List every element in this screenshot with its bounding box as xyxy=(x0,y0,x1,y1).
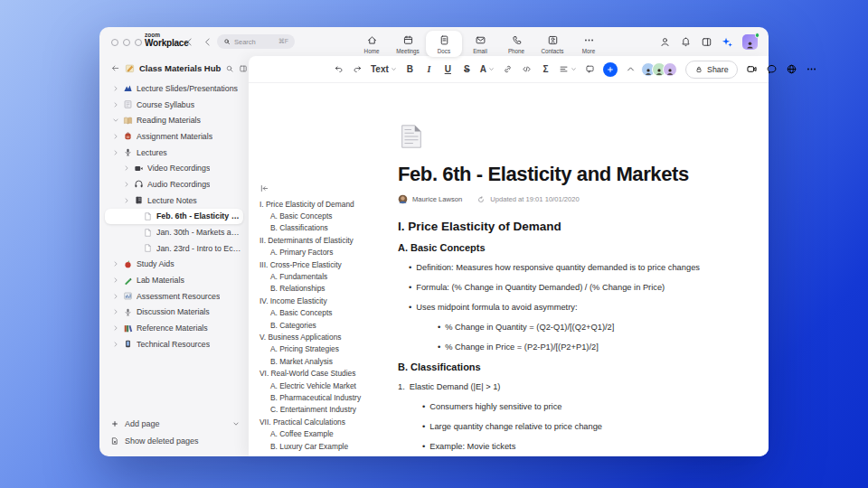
sidebar-item-lecture-notes[interactable]: Lecture Notes xyxy=(105,192,243,209)
sidebar-item-lab-materials[interactable]: Lab Materials xyxy=(105,272,243,288)
sidebar-item-lectures[interactable]: Lectures xyxy=(105,145,243,161)
tab-phone[interactable]: Phone xyxy=(498,31,534,57)
chevron-right-icon[interactable] xyxy=(123,197,130,204)
code-button[interactable] xyxy=(518,61,535,79)
chevron-right-icon[interactable] xyxy=(112,341,119,348)
bullet-item[interactable]: •Consumers highly sensitive to price xyxy=(422,402,756,412)
chevron-right-icon[interactable] xyxy=(112,149,119,156)
toc-item-b-market-analysis[interactable]: B. Market Analysis xyxy=(259,355,397,367)
minimize-button[interactable] xyxy=(123,39,130,46)
sidebar-item-jan-30th-markets-and-p[interactable]: Jan. 30th - Markets and P... xyxy=(105,224,243,240)
sparkle-icon[interactable] xyxy=(722,36,733,48)
tab-contacts[interactable]: Contacts xyxy=(534,31,571,57)
chevron-right-icon[interactable] xyxy=(112,260,119,267)
toc-collapse-icon[interactable] xyxy=(259,183,269,193)
bullet-item[interactable]: •Large quantity change relative to price… xyxy=(422,422,756,432)
underline-button[interactable]: U xyxy=(439,61,457,79)
strikethrough-button[interactable]: S xyxy=(458,61,476,79)
toc-item-vi-real-world-case-studies[interactable]: VI. Real-World Case Studies xyxy=(259,367,397,379)
heading-b-classifications[interactable]: B. Classifications xyxy=(398,361,756,372)
toc-item-c-entertainment-industry[interactable]: C. Entertainment Industry xyxy=(259,404,397,416)
sidebar-panel-toggle-icon[interactable] xyxy=(239,64,248,73)
toc-item-b-luxury-car-example[interactable]: B. Luxury Car Example xyxy=(259,440,397,452)
sidebar-item-assignment-materials[interactable]: Assignment Materials xyxy=(105,128,243,145)
chevron-right-icon[interactable] xyxy=(112,293,119,300)
chevron-right-icon[interactable] xyxy=(112,133,119,140)
language-button[interactable] xyxy=(786,63,797,75)
chevron-right-icon[interactable] xyxy=(112,277,119,284)
close-button[interactable] xyxy=(111,39,118,46)
italic-button[interactable]: I xyxy=(420,61,438,79)
heading-i-price-elasticity-of-demand[interactable]: I. Price Elasticity of Demand xyxy=(398,220,756,233)
show-deleted-pages-button[interactable]: Show deleted pages xyxy=(110,432,240,449)
sidebar-item-discussion-materials[interactable]: Discussion Materials xyxy=(105,305,243,321)
heading-a-basic-concepts[interactable]: A. Basic Concepts xyxy=(398,242,756,253)
document-content[interactable]: Feb. 6th - Elasticity and Markets Mauric… xyxy=(398,123,756,455)
sidebar-item-video-recordings[interactable]: Video Recordings xyxy=(105,160,243,176)
tab-email[interactable]: Email xyxy=(462,31,498,57)
collapse-button[interactable] xyxy=(622,61,639,79)
document-title[interactable]: Feb. 6th - Elasticity and Markets xyxy=(398,163,756,186)
tab-docs[interactable]: Docs xyxy=(426,31,462,57)
link-button[interactable] xyxy=(499,61,516,79)
insert-button[interactable] xyxy=(603,62,618,77)
toc-item-vii-practical-calculations[interactable]: VII. Practical Calculations xyxy=(259,416,397,427)
bullet-item[interactable]: •Example: Movie tickets xyxy=(422,442,756,452)
bold-button[interactable]: B xyxy=(401,61,419,79)
toc-item-b-classifications[interactable]: B. Classifications xyxy=(259,222,397,234)
numbered-item[interactable]: 1.Elastic Demand (|E| > 1) xyxy=(398,382,756,392)
bullet-item[interactable]: •Uses midpoint formula to avoid asymmetr… xyxy=(409,303,756,313)
text-style-button[interactable]: Text xyxy=(368,61,400,79)
chevron-right-icon[interactable] xyxy=(112,85,119,92)
sidebar-item-reference-materials[interactable]: Reference Materials xyxy=(105,320,243,336)
chevron-right-icon[interactable] xyxy=(123,181,130,188)
back-navigation-button[interactable] xyxy=(184,36,195,48)
sidebar-item-feb-6th-elasticity-and-m[interactable]: Feb. 6th - Elasticity and M... xyxy=(105,209,243,225)
toc-item-a-basic-concepts[interactable]: A. Basic Concepts xyxy=(259,307,397,319)
sidebar-item-audio-recordings[interactable]: Audio Recordings xyxy=(105,176,243,192)
back-arrow-icon[interactable] xyxy=(110,63,120,73)
add-page-button[interactable]: Add page xyxy=(110,415,240,432)
bullet-item[interactable]: •Formula: (% Change in Quantity Demanded… xyxy=(409,283,756,293)
tab-more[interactable]: More xyxy=(571,31,607,57)
chevron-right-icon[interactable] xyxy=(123,164,130,172)
toc-item-iii-cross-price-elasticity[interactable]: III. Cross-Price Elasticity xyxy=(259,258,397,270)
tab-meetings[interactable]: Meetings xyxy=(390,31,426,57)
formula-button[interactable]: Σ xyxy=(537,61,554,79)
user-avatar[interactable] xyxy=(742,34,758,50)
comment-button[interactable] xyxy=(581,61,599,79)
chat-button[interactable] xyxy=(766,63,778,75)
toc-item-i-price-elasticity-of-demand[interactable]: I. Price Elasticity of Demand xyxy=(259,198,397,210)
toc-item-a-basic-concepts[interactable]: A. Basic Concepts xyxy=(259,210,397,221)
bullet-item[interactable]: •Definition: Measures how responsive qua… xyxy=(409,263,756,273)
toc-item-iv-income-elasticity[interactable]: IV. Income Elasticity xyxy=(259,295,397,306)
chevron-right-icon[interactable] xyxy=(112,101,119,108)
sidebar-item-technical-resources[interactable]: Technical Resources xyxy=(105,336,243,352)
profile-icon[interactable] xyxy=(659,36,671,48)
toc-item-a-primary-factors[interactable]: A. Primary Factors xyxy=(259,247,397,258)
toc-item-v-business-applications[interactable]: V. Business Applications xyxy=(259,331,397,343)
toc-item-a-pricing-strategies[interactable]: A. Pricing Strategies xyxy=(259,343,397,355)
undo-button[interactable] xyxy=(330,61,347,79)
toc-item-ii-determinants-of-elasticity[interactable]: II. Determinants of Elasticity xyxy=(259,234,397,246)
panel-icon[interactable] xyxy=(701,36,712,48)
redo-button[interactable] xyxy=(349,61,366,79)
sidebar-item-course-syllabus[interactable]: Course Syllabus xyxy=(105,97,243,113)
align-button[interactable] xyxy=(556,61,580,79)
maximize-button[interactable] xyxy=(135,39,142,46)
toc-item-b-relationships[interactable]: B. Relationships xyxy=(259,283,397,295)
sidebar-item-lecture-slides-presentations[interactable]: Lecture Slides/Presentations xyxy=(105,80,243,97)
toc-item-a-fundamentals[interactable]: A. Fundamentals xyxy=(259,270,397,282)
forward-navigation-button[interactable] xyxy=(202,36,213,48)
share-button[interactable]: Share xyxy=(685,61,737,79)
chevron-down-icon[interactable] xyxy=(112,117,119,124)
tab-home[interactable]: Home xyxy=(354,31,390,57)
text-color-button[interactable]: A xyxy=(477,61,497,79)
toc-item-b-pharmaceutical-industry[interactable]: B. Pharmaceutical Industry xyxy=(259,391,397,403)
chevron-right-icon[interactable] xyxy=(112,324,119,332)
toc-item-a-coffee-example[interactable]: A. Coffee Example xyxy=(259,427,397,439)
collaborator-avatar-3[interactable] xyxy=(663,62,677,77)
bullet-item[interactable]: •% Change in Price = (P2-P1)/[(P2+P1)/2] xyxy=(438,343,756,352)
more-options-button[interactable] xyxy=(806,63,817,75)
chevron-right-icon[interactable] xyxy=(112,308,119,315)
